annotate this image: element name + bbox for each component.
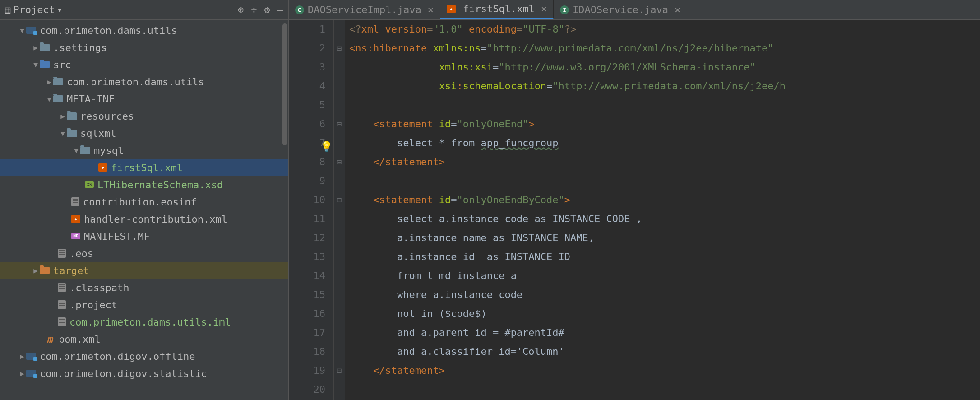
code-line[interactable]: and a.parent_id = #parentId# bbox=[349, 323, 980, 342]
fold-marker[interactable]: ⊟ bbox=[334, 39, 345, 58]
tree-item-com-primeton-digov-offline[interactable]: com.primeton.digov.offline bbox=[0, 348, 288, 365]
project-tree[interactable]: com.primeton.dams.utils.settingssrccom.p… bbox=[0, 20, 288, 400]
fold-marker bbox=[334, 96, 345, 115]
tree-item-com-primeton-dams-utils[interactable]: com.primeton.dams.utils bbox=[0, 73, 288, 90]
code-line[interactable]: select * from app_funcgroup💡 bbox=[349, 134, 980, 153]
tree-item-contribution-eosinf[interactable]: contribution.eosinf bbox=[0, 193, 288, 210]
fold-marker bbox=[334, 134, 345, 153]
chevron-down-icon: ▼ bbox=[58, 6, 61, 14]
code-line[interactable]: <statement id="onlyOneEnd"> bbox=[349, 115, 980, 134]
fold-marker bbox=[334, 77, 345, 96]
project-view-selector[interactable]: ▦ Project ▼ bbox=[5, 4, 61, 15]
collapse-icon[interactable]: ÷ bbox=[251, 4, 257, 15]
tree-item-manifest-mf[interactable]: MFMANIFEST.MF bbox=[0, 228, 288, 245]
code-line[interactable]: xsi:schemaLocation="http://www.primedata… bbox=[349, 77, 980, 96]
minimize-icon[interactable]: — bbox=[277, 4, 283, 15]
code-line[interactable]: <?xml version="1.0" encoding="UTF-8"?> bbox=[349, 20, 980, 39]
tree-item-label: com.primeton.digov.statistic bbox=[40, 368, 207, 379]
code-line[interactable] bbox=[349, 172, 980, 191]
line-number: 8 bbox=[289, 153, 325, 172]
tree-item-resources[interactable]: resources bbox=[0, 107, 288, 125]
tree-item-pom-xml[interactable]: mpom.xml bbox=[0, 330, 288, 348]
tree-item-target[interactable]: target bbox=[0, 262, 288, 279]
folder-icon bbox=[53, 78, 63, 85]
code-line[interactable]: xmlns:xsi="http://www.w3.org/2001/XMLSch… bbox=[349, 58, 980, 77]
locate-icon[interactable]: ⊕ bbox=[238, 4, 244, 15]
code-line[interactable]: a.instance_id as INSTANCE_ID bbox=[349, 247, 980, 266]
close-icon[interactable]: × bbox=[675, 4, 680, 15]
code-area: 1234567891011121314151617181920 ⊟⊟⊟⊟⊟ <?… bbox=[289, 20, 980, 400]
fold-marker bbox=[334, 342, 345, 361]
tree-item-com-primeton-digov-statistic[interactable]: com.primeton.digov.statistic bbox=[0, 365, 288, 382]
fold-marker[interactable]: ⊟ bbox=[334, 115, 345, 134]
tree-item-mysql[interactable]: mysql bbox=[0, 142, 288, 159]
tree-arrow-icon[interactable] bbox=[45, 95, 53, 103]
tree-item-lthibernateschema-xsd[interactable]: XSLTHibernateSchema.xsd bbox=[0, 176, 288, 193]
line-number: 15 bbox=[289, 285, 325, 304]
tree-item-label: MANIFEST.MF bbox=[84, 231, 150, 242]
line-number: 12 bbox=[289, 228, 325, 247]
fold-marker[interactable]: ⊟ bbox=[334, 153, 345, 172]
code-line[interactable]: </statement> bbox=[349, 361, 980, 380]
fold-marker[interactable]: ⊟ bbox=[334, 191, 345, 209]
tree-item-firstsql-xml[interactable]: ◆firstSql.xml bbox=[0, 159, 288, 176]
tree-item-label: src bbox=[53, 59, 71, 70]
tree-arrow-icon[interactable] bbox=[18, 369, 26, 378]
sidebar-title-text: Project bbox=[13, 4, 55, 15]
gear-icon[interactable]: ⚙ bbox=[264, 4, 270, 15]
code-content[interactable]: <?xml version="1.0" encoding="UTF-8"?><n… bbox=[345, 20, 980, 400]
tree-item--project[interactable]: .project bbox=[0, 296, 288, 313]
line-number: 17 bbox=[289, 323, 325, 342]
tree-arrow-icon[interactable] bbox=[18, 352, 26, 361]
tree-scrollbar[interactable] bbox=[282, 23, 287, 145]
tree-item-src[interactable]: src bbox=[0, 56, 288, 73]
tree-arrow-icon[interactable] bbox=[45, 78, 53, 86]
tree-item-label: com.primeton.digov.offline bbox=[40, 351, 195, 362]
tree-arrow-icon[interactable] bbox=[59, 129, 67, 138]
tree-item--classpath[interactable]: .classpath bbox=[0, 279, 288, 296]
folder-icon bbox=[40, 61, 50, 68]
tree-arrow-icon[interactable] bbox=[32, 266, 40, 275]
code-line[interactable]: select a.instance_code as INSTANCE_CODE … bbox=[349, 209, 980, 228]
tree-item-sqlxml[interactable]: sqlxml bbox=[0, 125, 288, 142]
manifest-icon: MF bbox=[71, 233, 80, 239]
tab-firstsql-xml[interactable]: ◆firstSql.xml× bbox=[440, 0, 554, 19]
project-sidebar: ▦ Project ▼ ⊕ ÷ ⚙ — com.primeton.dams.ut… bbox=[0, 0, 289, 400]
tree-item-label: .settings bbox=[53, 42, 107, 53]
close-icon[interactable]: × bbox=[541, 3, 547, 14]
code-line[interactable]: <ns:hibernate xmlns:ns="http://www.prime… bbox=[349, 39, 980, 58]
tree-arrow-icon[interactable] bbox=[72, 146, 80, 155]
tree-arrow-icon[interactable] bbox=[18, 26, 26, 35]
tree-arrow-icon[interactable] bbox=[59, 112, 67, 121]
line-number: 4 bbox=[289, 77, 325, 96]
code-line[interactable]: and a.classifier_id='Column' bbox=[349, 342, 980, 361]
tree-item-label: pom.xml bbox=[59, 334, 101, 345]
code-line[interactable] bbox=[349, 96, 980, 115]
tree-item-com-primeton-dams-utils[interactable]: com.primeton.dams.utils bbox=[0, 22, 288, 39]
line-number: 20 bbox=[289, 380, 325, 399]
close-icon[interactable]: × bbox=[428, 4, 434, 15]
tree-item-handler-contribution-xml[interactable]: ◆handler-contribution.xml bbox=[0, 210, 288, 228]
tree-arrow-icon[interactable] bbox=[32, 43, 40, 52]
tree-item-com-primeton-dams-utils-iml[interactable]: com.primeton.dams.utils.iml bbox=[0, 313, 288, 330]
class-icon: C bbox=[295, 5, 304, 14]
tab-daoserviceimpl-java[interactable]: CDAOServiceImpl.java× bbox=[289, 0, 440, 19]
tree-item-label: com.primeton.dams.utils bbox=[40, 25, 177, 36]
tree-arrow-icon[interactable] bbox=[32, 60, 40, 69]
code-line[interactable]: </statement> bbox=[349, 153, 980, 172]
code-line[interactable]: not in ($code$) bbox=[349, 304, 980, 323]
lightbulb-icon[interactable]: 💡 bbox=[320, 137, 333, 156]
fold-marker[interactable]: ⊟ bbox=[334, 361, 345, 380]
tab-idaoservice-java[interactable]: IIDAOService.java× bbox=[554, 0, 687, 19]
tree-item--settings[interactable]: .settings bbox=[0, 39, 288, 56]
code-line[interactable]: a.instance_name as INSTANCE_NAME, bbox=[349, 228, 980, 247]
tree-item--eos[interactable]: .eos bbox=[0, 245, 288, 262]
line-number-gutter: 1234567891011121314151617181920 bbox=[289, 20, 334, 400]
code-line[interactable]: where a.instance_code bbox=[349, 285, 980, 304]
code-line[interactable] bbox=[349, 380, 980, 399]
line-number: 5 bbox=[289, 96, 325, 115]
code-line[interactable]: from t_md_instance a bbox=[349, 266, 980, 285]
code-line[interactable]: <statement id="onlyOneEndByCode"> bbox=[349, 191, 980, 209]
tree-item-label: firstSql.xml bbox=[111, 162, 183, 173]
tree-item-meta-inf[interactable]: META-INF bbox=[0, 90, 288, 107]
